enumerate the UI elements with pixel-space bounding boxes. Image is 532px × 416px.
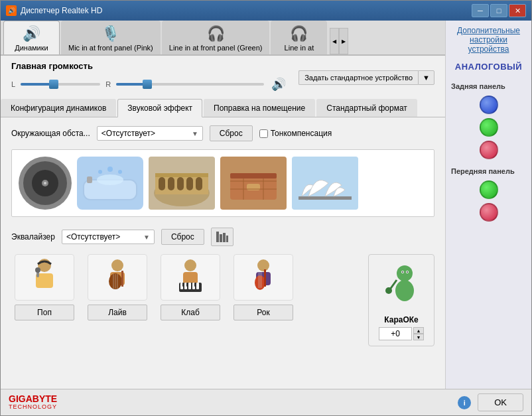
pop-button[interactable]: Поп (15, 305, 74, 320)
eq-preset-rock: Рок (230, 254, 297, 320)
tab-format[interactable]: Стандартный формат (316, 99, 417, 117)
std-device-dropdown[interactable]: ▼ (418, 70, 434, 85)
eq-select[interactable]: <Отсутствует> ▼ (62, 230, 155, 244)
karaoke-up-button[interactable]: ▲ (413, 327, 424, 334)
front-dot-pink[interactable] (480, 203, 498, 222)
svg-rect-46 (188, 283, 191, 289)
tone-compensation-label: Тонкомпенсация (271, 129, 332, 138)
rear-dot-blue[interactable] (480, 96, 498, 114)
svg-rect-51 (194, 283, 196, 287)
env-select[interactable]: <Отсутствует> ▼ (97, 126, 203, 141)
scroll-left-button[interactable]: ◀ (330, 28, 339, 54)
svg-rect-26 (216, 232, 219, 242)
device-tab-line-in-label: Line in at (285, 44, 314, 52)
eq-select-value: <Отсутствует> (66, 232, 120, 242)
svg-rect-15 (177, 177, 184, 190)
brand-sub: TECHNOLOGY (9, 404, 57, 411)
karaoke-box: КараОКе +0 ▲ ▼ (368, 254, 434, 346)
karaoke-down-button[interactable]: ▼ (413, 334, 424, 340)
svg-rect-12 (155, 173, 208, 177)
std-device-label: Задать стандартное устройство (304, 74, 413, 82)
std-device-button[interactable]: Задать стандартное устройство (299, 70, 418, 85)
minimize-button[interactable]: ─ (472, 4, 489, 17)
volume-icon[interactable]: 🔊 (269, 75, 288, 94)
tab-config[interactable]: Конфигурация динамиков (1, 99, 116, 117)
tab-room[interactable]: Поправка на помещение (204, 99, 315, 117)
additional-settings-link[interactable]: Дополнительные настройки устройства (451, 26, 526, 54)
env-row: Окружающая обста... <Отсутствует> ▼ Сбро… (11, 125, 434, 141)
eq-presets: Поп (11, 254, 358, 320)
mic-front-icon: 🎙️ (101, 25, 119, 42)
svg-rect-17 (196, 177, 202, 190)
line-in-icon: 🎧 (290, 25, 308, 42)
svg-rect-13 (159, 177, 165, 190)
analog-title: АНАЛОГОВЫЙ (455, 62, 522, 72)
preset-chest-img (220, 157, 287, 210)
preset-chest[interactable] (220, 157, 287, 210)
live-button[interactable]: Лайв (88, 305, 147, 320)
maximize-button[interactable]: □ (490, 4, 507, 17)
close-button[interactable]: ✕ (509, 4, 526, 17)
eq-and-karaoke: Поп (11, 254, 434, 346)
svg-point-59 (397, 265, 413, 281)
eq-grid-button[interactable] (211, 228, 233, 246)
karaoke-value: +0 (379, 327, 412, 340)
preset-colosseum[interactable] (149, 157, 215, 210)
svg-point-52 (257, 259, 269, 271)
app-icon: 🔊 (6, 5, 17, 16)
rear-dot-green[interactable] (480, 118, 498, 137)
eq-reset-button[interactable]: Сброс (161, 229, 204, 245)
svg-point-6 (97, 174, 123, 185)
svg-rect-19 (230, 173, 277, 178)
svg-rect-29 (226, 236, 228, 242)
rock-button[interactable]: Рок (233, 305, 293, 320)
svg-point-3 (44, 182, 46, 184)
ok-button[interactable]: OK (478, 393, 523, 411)
pop-icon (15, 254, 74, 301)
volume-label: Главная громкость (11, 61, 288, 71)
preset-bath-img (77, 157, 143, 210)
eq-presets-block: Поп (11, 254, 358, 346)
svg-rect-5 (87, 176, 92, 183)
preset-disk[interactable] (19, 157, 72, 210)
club-button[interactable]: Клаб (161, 305, 220, 320)
rear-dot-pink[interactable] (480, 141, 498, 159)
device-tab-mic-front-label: Mic in at front panel (Pink) (68, 44, 153, 52)
sub-tabs: Конфигурация динамиков Звуковой эффект П… (1, 99, 445, 117)
preset-opera[interactable] (292, 157, 358, 210)
live-icon (88, 254, 147, 301)
env-presets (11, 149, 434, 217)
volume-block: Главная громкость L R 🔊 (11, 61, 288, 94)
volume-slider-right[interactable] (116, 83, 264, 86)
main-window: 🔊 Диспетчер Realtek HD ─ □ ✕ 🔊 Динамики … (0, 0, 532, 416)
main-content: 🔊 Динамики 🎙️ Mic in at front panel (Pin… (1, 21, 531, 389)
svg-point-66 (407, 271, 408, 273)
device-tab-line-in[interactable]: 🎧 Line in at (271, 21, 327, 54)
volume-section: Главная громкость L R 🔊 (1, 56, 445, 99)
device-tab-mic-front[interactable]: 🎙️ Mic in at front panel (Pink) (61, 21, 161, 54)
brand-name: GIGABYTE (9, 394, 57, 404)
env-label: Окружающая обста... (11, 129, 90, 138)
tab-sound-effect[interactable]: Звуковой эффект (117, 99, 202, 117)
svg-point-65 (402, 271, 403, 273)
vol-right-label: R (105, 80, 111, 88)
svg-rect-25 (299, 196, 352, 200)
tone-compensation-checkbox[interactable] (259, 129, 268, 138)
info-button[interactable]: i (458, 396, 471, 409)
chevron-down-icon: ▼ (192, 130, 198, 137)
front-dot-green[interactable] (480, 180, 498, 199)
tab-scroll-controls: ◀ ▶ (330, 28, 348, 54)
eq-preset-club: Клаб (157, 254, 224, 320)
title-bar: 🔊 Диспетчер Realtek HD ─ □ ✕ (1, 1, 531, 21)
eq-preset-live: Лайв (84, 254, 151, 320)
left-panel: 🔊 Динамики 🎙️ Mic in at front panel (Pin… (1, 21, 445, 389)
scroll-right-button[interactable]: ▶ (339, 28, 348, 54)
device-tab-line-front[interactable]: 🎧 Line in at front panel (Green) (162, 21, 270, 54)
device-tab-dynamics[interactable]: 🔊 Динамики (3, 21, 60, 54)
volume-slider[interactable] (21, 83, 100, 86)
preset-bath[interactable] (77, 157, 143, 210)
env-reset-button[interactable]: Сброс (210, 125, 253, 141)
eq-preset-pop: Поп (11, 254, 78, 320)
svg-point-7 (98, 170, 102, 174)
std-device-container: Задать стандартное устройство ▼ (299, 70, 434, 85)
